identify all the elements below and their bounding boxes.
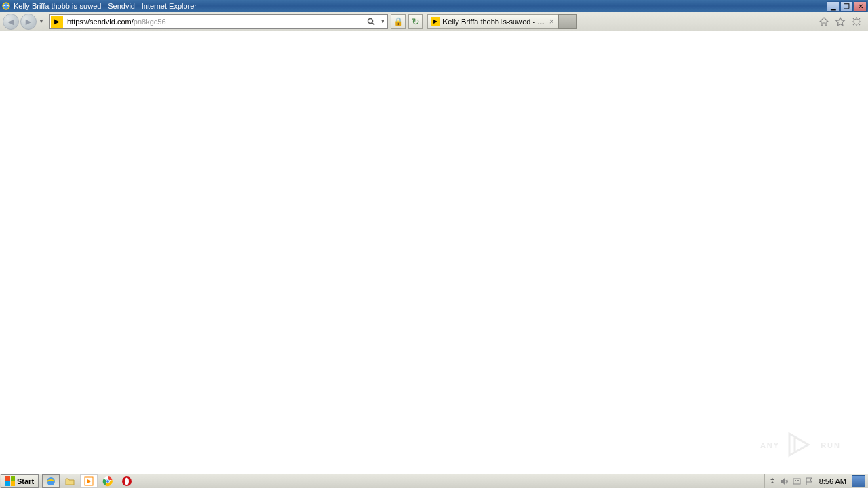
browser-toolbar: ◄ ► ▼ ▶ https://sendvid.com/pn8kgc56 ▼ 🔒…: [0, 12, 868, 31]
start-button[interactable]: Start: [1, 474, 39, 488]
taskbar: Start 8:56 AM: [0, 473, 868, 488]
windows-flag-icon: [5, 476, 15, 486]
lock-icon: 🔒: [393, 17, 403, 26]
watermark-play-icon: [785, 430, 815, 461]
taskbar-item-media[interactable]: [80, 474, 98, 488]
volume-icon[interactable]: [780, 476, 789, 486]
tab-label: Kelly Briffa thobb is-suwed - …: [443, 18, 545, 26]
maximize-button[interactable]: ❐: [840, 1, 853, 12]
address-dropdown[interactable]: ▼: [378, 15, 387, 28]
svg-point-10: [125, 477, 129, 485]
page-content: [0, 31, 868, 473]
taskbar-item-chrome[interactable]: [99, 474, 117, 488]
taskbar-item-explorer[interactable]: [61, 474, 79, 488]
watermark-left: ANY: [760, 441, 780, 449]
taskbar-item-ie[interactable]: [42, 474, 60, 488]
svg-rect-12: [795, 480, 796, 481]
tray-expand-icon[interactable]: [768, 476, 777, 486]
window-titlebar: Kelly Briffa thobb is-suwed - Sendvid - …: [0, 0, 868, 12]
svg-rect-11: [793, 479, 800, 484]
address-bar[interactable]: ▶ https://sendvid.com/pn8kgc56 ▼: [49, 14, 388, 29]
close-button[interactable]: ✕: [854, 1, 867, 12]
clock[interactable]: 8:56 AM: [816, 477, 849, 485]
start-label: Start: [17, 477, 34, 485]
site-favicon-icon: ▶: [51, 16, 63, 28]
flag-icon[interactable]: [804, 476, 814, 486]
tab-favicon-icon: ▶: [431, 17, 440, 26]
search-icon[interactable]: [364, 15, 378, 28]
window-title: Kelly Briffa thobb is-suwed - Sendvid - …: [14, 2, 827, 10]
taskbar-item-opera[interactable]: [118, 474, 136, 488]
tab-current[interactable]: ▶ Kelly Briffa thobb is-suwed - … ×: [427, 14, 559, 29]
svg-point-8: [106, 479, 110, 483]
security-lock-button[interactable]: 🔒: [391, 14, 406, 29]
back-button[interactable]: ◄: [3, 14, 19, 30]
forward-button[interactable]: ►: [20, 14, 37, 30]
svg-line-2: [372, 23, 374, 25]
ie-icon: [1, 1, 11, 11]
favorites-icon[interactable]: [834, 16, 846, 28]
tools-icon[interactable]: [850, 16, 863, 28]
address-text[interactable]: https://sendvid.com/pn8kgc56: [64, 16, 364, 27]
home-icon[interactable]: [818, 16, 830, 28]
svg-point-3: [854, 19, 859, 24]
minimize-button[interactable]: ▁: [827, 1, 840, 12]
watermark-right: RUN: [821, 441, 841, 449]
new-tab-button[interactable]: [558, 14, 577, 29]
tab-close-icon[interactable]: ×: [547, 18, 555, 26]
tray-app-icon[interactable]: [792, 476, 802, 486]
url-host: https://sendvid.com/: [67, 18, 134, 26]
show-desktop-button[interactable]: [852, 475, 865, 487]
refresh-button[interactable]: ↻: [408, 14, 423, 29]
watermark: ANY RUN: [760, 430, 841, 461]
url-path: pn8kgc56: [134, 18, 166, 26]
system-tray: 8:56 AM: [764, 474, 868, 488]
svg-point-1: [368, 18, 373, 23]
nav-history-dropdown[interactable]: ▼: [38, 15, 45, 28]
svg-rect-13: [797, 480, 799, 481]
